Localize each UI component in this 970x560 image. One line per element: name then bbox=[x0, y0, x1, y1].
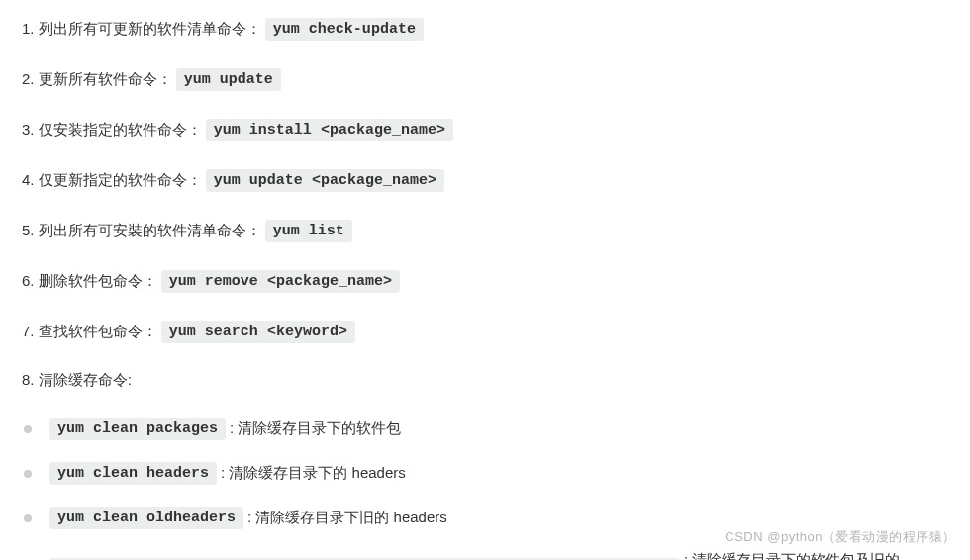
list-item: 2. 更新所有软件命令： yum update bbox=[22, 68, 948, 91]
item-label: 5. 列出所有可安裝的软件清单命令： bbox=[22, 222, 261, 240]
item-label: 7. 查找软件包命令： bbox=[22, 323, 157, 341]
list-item: 4. 仅更新指定的软件命令： yum update <package_name> bbox=[22, 169, 948, 192]
bullet-icon bbox=[24, 470, 32, 478]
code-snippet: yum list bbox=[265, 220, 352, 242]
sub-list-item: yum clean oldheaders : 清除缓存目录下旧的 headers bbox=[22, 507, 948, 529]
item-label: 3. 仅安装指定的软件命令： bbox=[22, 121, 202, 140]
item-label: 6. 删除软件包命令： bbox=[22, 272, 157, 291]
list-item: 7. 查找软件包命令： yum search <keyword> bbox=[22, 321, 948, 343]
code-snippet: yum check-update bbox=[265, 18, 424, 41]
code-snippet: yum update <package_name> bbox=[206, 169, 444, 192]
item-label: 2. 更新所有软件命令： bbox=[22, 70, 172, 89]
sub-list-item: yum clean packages : 清除缓存目录下的软件包 bbox=[22, 418, 948, 440]
item-desc: : 清除缓存目录下旧的 headers bbox=[247, 509, 447, 527]
list-item: 3. 仅安装指定的软件命令： yum install <package_name… bbox=[22, 119, 948, 141]
item-desc: : 清除缓存目录下的软件包 bbox=[230, 420, 401, 438]
code-snippet: yum clean packages bbox=[49, 418, 226, 440]
list-item: 1. 列出所有可更新的软件清单命令： yum check-update bbox=[22, 18, 948, 41]
sub-list-item: yum clean headers : 清除缓存目录下的 headers bbox=[22, 462, 948, 485]
item-label: 8. 清除缓存命令: bbox=[22, 371, 132, 390]
item-label: 4. 仅更新指定的软件命令： bbox=[22, 171, 202, 190]
item-label: 1. 列出所有可更新的软件清单命令： bbox=[22, 20, 261, 39]
item-desc: : 清除缓存目录下的 headers bbox=[221, 464, 406, 483]
sub-list-item: yum clean, yum clean all (= yum clean pa… bbox=[22, 551, 948, 560]
list-item: 6. 删除软件包命令： yum remove <package_name> bbox=[22, 270, 948, 293]
code-snippet: yum clean oldheaders bbox=[49, 507, 243, 529]
item-desc: : 清除缓存目录下的软件包及旧的 headers bbox=[684, 551, 948, 560]
bullet-icon bbox=[24, 425, 32, 433]
code-snippet: yum remove <package_name> bbox=[161, 270, 400, 293]
bullet-icon bbox=[24, 514, 32, 522]
list-item: 8. 清除缓存命令: bbox=[22, 371, 948, 390]
code-snippet: yum search <keyword> bbox=[161, 321, 355, 343]
list-item: 5. 列出所有可安裝的软件清单命令： yum list bbox=[22, 220, 948, 242]
code-snippet: yum clean headers bbox=[49, 462, 217, 485]
sub-list: yum clean packages : 清除缓存目录下的软件包 yum cle… bbox=[22, 418, 948, 560]
code-snippet: yum install <package_name> bbox=[206, 119, 453, 141]
code-snippet: yum update bbox=[176, 68, 281, 91]
